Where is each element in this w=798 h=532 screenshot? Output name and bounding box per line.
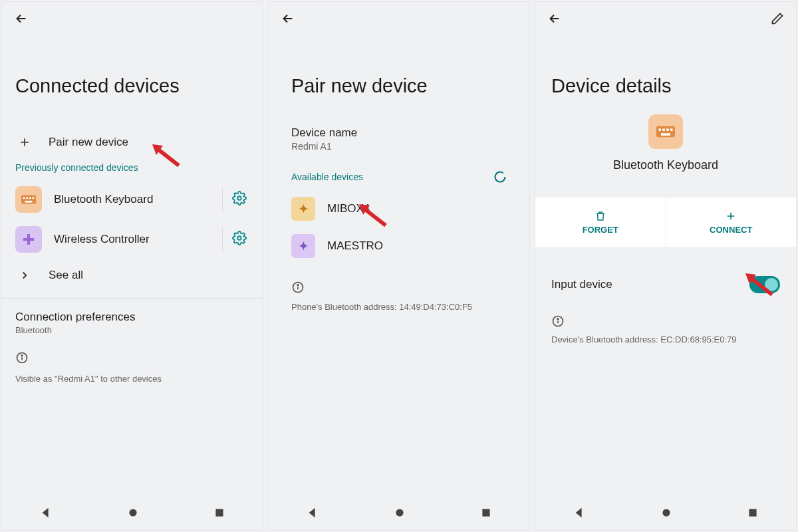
- device-name-block[interactable]: Device name Redmi A1: [269, 126, 529, 165]
- page-title: Connected devices: [2, 35, 263, 126]
- bluetooth-address-text: Device's Bluetooth address: EC:DD:68:95:…: [535, 331, 796, 348]
- svg-rect-8: [23, 238, 34, 241]
- svg-rect-24: [670, 128, 673, 131]
- trash-icon: [595, 210, 606, 222]
- edit-icon[interactable]: [771, 12, 784, 25]
- page-title: Pair new device: [269, 35, 529, 126]
- svg-rect-19: [482, 509, 489, 516]
- screen-device-details: Device details Bluetooth Keyboard FORGET…: [535, 1, 797, 531]
- bluetooth-address-text: Phone's Bluetooth address: 14:49:D4:73:C…: [269, 298, 529, 316]
- nav-home-icon[interactable]: [661, 507, 672, 521]
- svg-rect-21: [659, 128, 662, 131]
- svg-rect-30: [749, 509, 756, 516]
- nav-back-icon[interactable]: [40, 507, 52, 521]
- topbar: [535, 2, 796, 35]
- info-icon-row: [2, 338, 263, 368]
- nav-recent-icon[interactable]: [214, 507, 225, 521]
- svg-point-6: [237, 196, 241, 200]
- forget-label: FORGET: [583, 225, 618, 235]
- available-devices-header-row: Available devices: [269, 165, 529, 190]
- visible-as-text: Visible as "Redmi A1" to other devices: [2, 368, 263, 384]
- controller-icon: [15, 226, 42, 253]
- back-arrow-icon[interactable]: [547, 11, 562, 26]
- svg-rect-14: [215, 509, 223, 516]
- connection-preferences-sub: Bluetooth: [15, 325, 249, 335]
- plus-icon: [725, 210, 737, 222]
- svg-point-28: [557, 319, 559, 320]
- pair-new-device-label: Pair new device: [49, 136, 249, 149]
- input-device-label: Input device: [551, 278, 612, 291]
- nav-recent-icon[interactable]: [481, 507, 491, 521]
- svg-rect-5: [25, 201, 33, 203]
- svg-point-12: [21, 355, 23, 356]
- nav-recent-icon[interactable]: [747, 507, 758, 521]
- available-device-mibox4[interactable]: ✦ MIBOX4: [269, 190, 529, 227]
- device-name: Bluetooth Keyboard: [613, 158, 718, 172]
- connection-preferences-row[interactable]: Connection preferences Bluetooth: [2, 299, 263, 338]
- svg-rect-3: [29, 197, 31, 199]
- available-device-name: MIBOX4: [327, 202, 507, 215]
- keyboard-icon: [648, 114, 683, 149]
- see-all-label: See all: [49, 269, 249, 282]
- device-settings-button[interactable]: [222, 187, 256, 212]
- svg-rect-22: [662, 128, 665, 131]
- info-icon: [15, 351, 29, 364]
- nav-home-icon[interactable]: [394, 507, 405, 521]
- info-icon: [551, 315, 565, 328]
- nav-back-icon[interactable]: [573, 507, 585, 521]
- back-arrow-icon[interactable]: [14, 11, 29, 26]
- android-navbar: [2, 498, 263, 530]
- topbar: [269, 2, 529, 35]
- svg-point-29: [662, 509, 670, 516]
- device-summary: Bluetooth Keyboard: [535, 114, 796, 186]
- svg-point-18: [396, 509, 403, 516]
- plus-icon: [15, 136, 34, 149]
- android-navbar: [535, 498, 796, 530]
- forget-button[interactable]: FORGET: [535, 198, 666, 247]
- device-name-label: Device name: [291, 126, 507, 140]
- screen-pair-new-device: Pair new device Device name Redmi A1 Ava…: [268, 1, 530, 531]
- svg-point-17: [297, 285, 299, 286]
- device-settings-button[interactable]: [222, 227, 256, 252]
- nav-back-icon[interactable]: [307, 507, 319, 521]
- screen-connected-devices: Connected devices Pair new device Previo…: [1, 1, 263, 531]
- available-device-maestro[interactable]: ✦ MAESTRO: [269, 227, 529, 265]
- nav-home-icon[interactable]: [128, 507, 138, 521]
- svg-rect-23: [666, 128, 669, 131]
- toggle-switch[interactable]: [749, 276, 780, 293]
- svg-rect-2: [26, 197, 28, 199]
- pair-new-device-row[interactable]: Pair new device: [2, 126, 263, 158]
- chevron-right-icon: [15, 269, 34, 281]
- svg-rect-4: [33, 197, 35, 199]
- connect-label: CONNECT: [710, 225, 752, 235]
- action-bar: FORGET CONNECT: [535, 198, 796, 247]
- previously-connected-header: Previously connected devices: [2, 158, 263, 180]
- page-title: Device details: [535, 35, 796, 114]
- keyboard-icon: [15, 186, 42, 213]
- topbar: [2, 2, 263, 35]
- back-arrow-icon[interactable]: [281, 11, 295, 26]
- info-icon: [291, 281, 305, 294]
- available-devices-header: Available devices: [291, 172, 363, 182]
- svg-rect-1: [23, 197, 25, 199]
- device-row-controller[interactable]: Wireless Controller: [2, 219, 263, 259]
- svg-rect-25: [661, 133, 670, 136]
- bluetooth-icon: ✦: [291, 234, 315, 258]
- info-icon-row: [535, 303, 796, 331]
- svg-point-13: [129, 509, 136, 516]
- available-device-name: MAESTRO: [327, 239, 507, 253]
- loading-spinner-icon: [493, 170, 507, 184]
- info-icon-row: [269, 265, 529, 298]
- android-navbar: [269, 498, 529, 530]
- see-all-row[interactable]: See all: [2, 259, 263, 291]
- connect-button[interactable]: CONNECT: [666, 198, 797, 247]
- svg-point-9: [237, 236, 241, 240]
- connection-preferences-title: Connection preferences: [15, 311, 249, 324]
- device-row-keyboard[interactable]: Bluetooth Keyboard: [2, 180, 263, 219]
- bluetooth-icon: ✦: [291, 197, 315, 221]
- device-name-value: Redmi A1: [291, 141, 507, 152]
- device-name: Bluetooth Keyboard: [54, 193, 210, 206]
- device-name: Wireless Controller: [54, 233, 210, 246]
- input-device-toggle-row[interactable]: Input device: [535, 267, 796, 303]
